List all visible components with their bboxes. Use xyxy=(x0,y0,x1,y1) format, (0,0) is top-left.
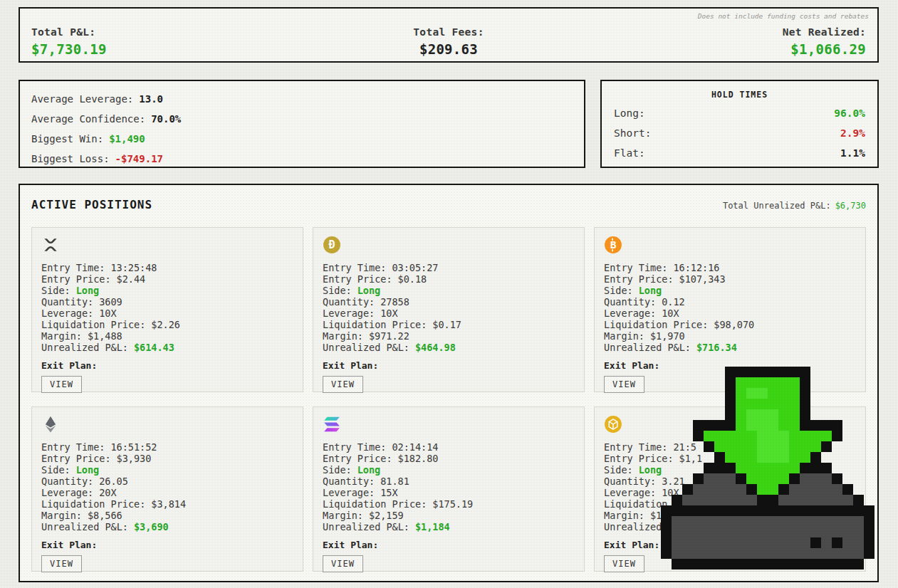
entry-price-label: Entry Price: xyxy=(323,453,392,464)
margin-value: $1 xyxy=(650,510,662,521)
entry-time-label: Entry Time: xyxy=(323,262,386,273)
entry-time-value: 03:05:27 xyxy=(392,262,438,273)
liquidation-price-label: Liquidation Price: xyxy=(323,319,427,330)
total-unrealized-label: Total Unrealized P&L: xyxy=(723,201,831,211)
side-label: Side: xyxy=(604,464,633,476)
unrealized-pnl-value: $716.34 xyxy=(696,342,737,353)
side-value: Long xyxy=(76,285,100,296)
view-exit-plan-button[interactable]: VIEW xyxy=(323,555,363,572)
side-label: Side: xyxy=(323,285,352,296)
liquidation-price-value: $0.17 xyxy=(432,319,461,330)
view-exit-plan-button[interactable]: VIEW xyxy=(41,376,82,393)
summary-bar: Does not include funding costs and rebat… xyxy=(19,7,879,63)
total-fees: Total Fees: $209.63 xyxy=(310,26,588,57)
quantity-label: Quantity: xyxy=(604,476,656,487)
leverage-value: 15X xyxy=(380,487,397,498)
hold-label: Short: xyxy=(614,123,651,143)
view-exit-plan-button[interactable]: VIEW xyxy=(604,555,644,572)
stat-row-average-leverage: Average Leverage:13.0 xyxy=(31,89,573,109)
margin-value: $1,970 xyxy=(650,330,685,342)
liquidation-price-value: $2.26 xyxy=(151,319,180,330)
margin-label: Margin: xyxy=(604,330,644,342)
hold-row-long: Long:96.0% xyxy=(602,103,877,123)
side-label: Side: xyxy=(604,285,633,296)
xrp-icon xyxy=(41,236,60,254)
entry-price-value: $0.18 xyxy=(398,273,427,285)
entry-price-label: Entry Price: xyxy=(604,273,674,285)
margin-label: Margin: xyxy=(41,510,82,521)
entry-price-label: Entry Price: xyxy=(323,273,392,285)
stat-label: Average Leverage: xyxy=(31,93,133,105)
entry-time-value: 16:12:16 xyxy=(673,262,719,273)
leverage-label: Leverage: xyxy=(604,487,656,498)
stat-label: Biggest Loss: xyxy=(31,153,110,164)
stats-panel: Average Leverage:13.0 Average Confidence… xyxy=(19,80,585,168)
entry-time-label: Entry Time: xyxy=(604,441,667,453)
leverage-label: Leverage: xyxy=(323,487,375,498)
entry-price-label: Entry Price: xyxy=(41,453,111,464)
quantity-label: Quantity: xyxy=(604,296,656,308)
margin-value: $1,488 xyxy=(88,330,122,342)
stat-value: 70.0% xyxy=(151,113,181,125)
margin-value: $2,159 xyxy=(369,510,404,521)
stat-row-average-confidence: Average Confidence:70.0% xyxy=(31,109,573,129)
svg-text:B: B xyxy=(610,238,617,251)
quantity-value: 3609 xyxy=(99,296,122,308)
stat-value: 13.0 xyxy=(139,93,163,105)
total-unrealized-value: $6,730 xyxy=(835,201,866,211)
exit-plan-label: Exit Plan: xyxy=(323,360,575,371)
total-fees-value: $209.63 xyxy=(310,41,588,57)
quantity-label: Quantity: xyxy=(41,476,93,487)
side-value: Long xyxy=(76,464,100,476)
hold-label: Flat: xyxy=(614,143,645,163)
hold-times-panel: HOLD TIMES Long:96.0% Short:2.9% Flat:1.… xyxy=(600,80,879,168)
quantity-label: Quantity: xyxy=(41,296,93,308)
view-exit-plan-button[interactable]: VIEW xyxy=(604,376,644,393)
margin-label: Margin: xyxy=(323,510,363,521)
unrealized-pnl-label: Unrealized P&L: xyxy=(41,521,128,532)
unrealized-pnl-value: $3,690 xyxy=(134,521,169,532)
entry-price-value: $107,343 xyxy=(679,273,726,285)
side-label: Side: xyxy=(323,464,352,476)
hold-label: Long: xyxy=(614,103,645,123)
entry-time-value: 16:51:52 xyxy=(110,441,157,453)
entry-time-label: Entry Time: xyxy=(41,441,105,453)
view-exit-plan-button[interactable]: VIEW xyxy=(323,376,363,393)
side-label: Side: xyxy=(41,464,71,476)
leverage-label: Leverage: xyxy=(323,308,375,319)
position-card: Entry Time:16:51:52 Entry Price:$3,930 S… xyxy=(31,406,303,572)
leverage-label: Leverage: xyxy=(41,487,93,498)
liquidation-price-value: $98,070 xyxy=(714,319,754,330)
svg-text:Đ: Đ xyxy=(328,238,335,251)
view-exit-plan-button[interactable]: VIEW xyxy=(41,555,82,572)
quantity-value: 0.12 xyxy=(662,296,685,308)
pixel-download-icon-graphic xyxy=(661,367,874,569)
margin-label: Margin: xyxy=(323,330,363,342)
leverage-value: 20X xyxy=(99,487,116,498)
quantity-label: Quantity: xyxy=(323,476,375,487)
btc-icon: B xyxy=(604,236,622,254)
quantity-value: 26.05 xyxy=(99,476,128,487)
side-label: Side: xyxy=(41,285,71,296)
leverage-value: 10X xyxy=(380,308,397,319)
stat-value: $1,490 xyxy=(109,133,145,145)
liquidation-price-label: Liquidation Price: xyxy=(41,319,145,330)
margin-label: Margin: xyxy=(604,510,644,521)
entry-time-label: Entry Time: xyxy=(41,262,105,273)
liquidation-price-value: $175.19 xyxy=(432,498,473,510)
position-card: Entry Time:13:25:48 Entry Price:$2.44 Si… xyxy=(31,227,303,392)
entry-price-value: $2.44 xyxy=(117,273,146,285)
hold-row-short: Short:2.9% xyxy=(602,123,877,143)
leverage-value: 10X xyxy=(662,308,679,319)
liquidation-price-value: $3,814 xyxy=(151,498,186,510)
leverage-label: Leverage: xyxy=(41,308,93,319)
quantity-value: 27858 xyxy=(380,296,409,308)
quantity-value: 81.81 xyxy=(380,476,409,487)
hold-value: 2.9% xyxy=(840,123,865,143)
leverage-label: Leverage: xyxy=(604,308,656,319)
total-pnl-value: $7,730.19 xyxy=(31,41,310,57)
side-value: Long xyxy=(357,285,381,296)
position-card: Entry Time:02:14:14 Entry Price:$182.80 … xyxy=(313,406,585,572)
leverage-value: 10X xyxy=(99,308,116,319)
unrealized-pnl-value: $614.43 xyxy=(134,342,174,353)
